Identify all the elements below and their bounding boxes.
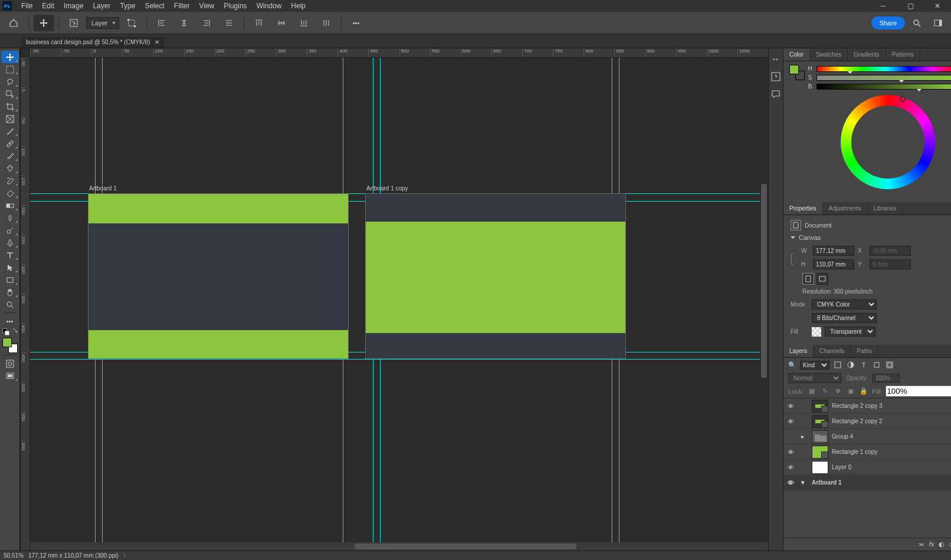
- status-flyout-icon[interactable]: 〉: [123, 552, 129, 559]
- rectangle-shape[interactable]: [88, 330, 348, 358]
- fg-bg-colors[interactable]: [2, 338, 18, 353]
- zoom-level[interactable]: 50,51%: [4, 552, 24, 559]
- lock-transparent-icon[interactable]: ▦: [807, 387, 816, 396]
- disclosure-triangle-icon[interactable]: ▾: [801, 479, 808, 486]
- hue-slider[interactable]: [816, 66, 951, 72]
- crop-tool[interactable]: [1, 100, 19, 113]
- auto-select-combo[interactable]: Layer: [86, 17, 119, 29]
- align-bottom-icon[interactable]: [294, 15, 314, 31]
- lock-position-icon[interactable]: ✥: [833, 387, 842, 396]
- blur-tool[interactable]: [1, 212, 19, 224]
- distribute-h-icon[interactable]: [219, 15, 239, 31]
- home-icon[interactable]: [4, 15, 24, 31]
- gradient-tool[interactable]: [1, 199, 19, 212]
- fg-bg-swatch[interactable]: [789, 65, 805, 80]
- layer-row-artboard[interactable]: 👁 ▾ Artboard 1: [783, 475, 951, 490]
- search-icon[interactable]: 🔍: [788, 361, 796, 369]
- menu-layer[interactable]: Layer: [88, 0, 115, 12]
- layer-row[interactable]: ▸ Group 4: [783, 429, 951, 444]
- filter-pixel-icon[interactable]: [833, 360, 842, 370]
- menu-image[interactable]: Image: [59, 0, 88, 12]
- orientation-landscape-icon[interactable]: [816, 273, 828, 285]
- fill-opacity-input[interactable]: [886, 386, 951, 397]
- healing-tool[interactable]: [1, 137, 19, 150]
- artboard-label[interactable]: Artboard 1 copy: [366, 185, 408, 192]
- orientation-portrait-icon[interactable]: [802, 273, 814, 285]
- tab-properties[interactable]: Properties: [783, 202, 823, 215]
- pen-tool[interactable]: [1, 236, 19, 249]
- dock-collapse-icon[interactable]: ▸▸: [769, 52, 783, 66]
- default-colors-icon[interactable]: [2, 328, 18, 335]
- selection-tool[interactable]: [1, 88, 19, 100]
- align-right-icon[interactable]: [196, 15, 217, 31]
- more-options-icon[interactable]: •••: [346, 15, 366, 31]
- canvas-section-header[interactable]: Canvas: [791, 234, 951, 241]
- clone-tool[interactable]: [1, 162, 19, 174]
- ruler-horizontal[interactable]: -50-500501001502002503003504004505005506…: [30, 48, 768, 58]
- frame-tool[interactable]: [1, 113, 19, 125]
- eraser-tool[interactable]: [1, 187, 19, 199]
- visibility-toggle-icon[interactable]: 👁: [783, 403, 798, 410]
- layer-thumbnail[interactable]: [812, 400, 828, 413]
- bri-slider[interactable]: [816, 84, 951, 90]
- marquee-tool[interactable]: [1, 63, 19, 75]
- disclosure-triangle-icon[interactable]: ▸: [801, 433, 808, 440]
- sat-slider[interactable]: [816, 75, 951, 81]
- tab-adjustments[interactable]: Adjustments: [823, 202, 868, 215]
- color-mode-select[interactable]: CMYK Color: [812, 299, 877, 309]
- menu-plugins[interactable]: Plugins: [219, 0, 251, 12]
- layer-mask-icon[interactable]: ◐: [939, 541, 945, 548]
- layer-thumbnail[interactable]: [812, 461, 828, 474]
- align-left-icon[interactable]: [152, 15, 172, 31]
- close-tab-icon[interactable]: ✕: [155, 39, 159, 45]
- hue-marker[interactable]: [900, 96, 906, 102]
- artboard-1-copy[interactable]: [365, 193, 626, 359]
- visibility-toggle-icon[interactable]: 👁: [783, 464, 798, 471]
- edit-toolbar-icon[interactable]: •••: [1, 315, 19, 327]
- link-layers-icon[interactable]: ⫘: [918, 541, 924, 548]
- tab-layers[interactable]: Layers: [783, 345, 814, 357]
- canvas-area[interactable]: -50-500501001502002503003504004505005506…: [20, 48, 768, 551]
- screen-mode-icon[interactable]: [1, 370, 19, 382]
- rectangle-tool[interactable]: [1, 274, 19, 286]
- workspace-switcher-icon[interactable]: [929, 15, 947, 31]
- menu-view[interactable]: View: [194, 0, 219, 12]
- auto-select-icon[interactable]: [64, 15, 84, 31]
- filter-shape-icon[interactable]: [872, 360, 881, 370]
- y-input[interactable]: [870, 259, 911, 269]
- tab-color[interactable]: Color: [783, 48, 810, 61]
- layer-row[interactable]: 👁 Rectangle 2 copy 2: [783, 414, 951, 429]
- eyedropper-tool[interactable]: [1, 125, 19, 137]
- path-selection-tool[interactable]: [1, 261, 19, 274]
- lock-artboard-icon[interactable]: ▣: [846, 387, 855, 396]
- history-brush-tool[interactable]: [1, 174, 19, 187]
- menu-edit[interactable]: Edit: [37, 0, 59, 12]
- link-wh-icon[interactable]: [791, 252, 799, 266]
- transform-controls-icon[interactable]: [122, 15, 142, 31]
- search-icon[interactable]: [907, 15, 926, 31]
- window-minimize-icon[interactable]: ─: [870, 0, 897, 12]
- layer-thumbnail[interactable]: [812, 415, 828, 428]
- type-tool[interactable]: [1, 249, 19, 261]
- zoom-tool[interactable]: [1, 298, 19, 311]
- menu-select[interactable]: Select: [140, 0, 169, 12]
- fill-select[interactable]: Transparent: [825, 327, 875, 337]
- filter-adjust-icon[interactable]: [846, 360, 855, 370]
- group-thumbnail[interactable]: [812, 430, 828, 443]
- tab-channels[interactable]: Channels: [814, 345, 851, 357]
- lasso-tool[interactable]: [1, 75, 19, 88]
- x-input[interactable]: [870, 246, 911, 256]
- hue-wheel[interactable]: [841, 95, 935, 189]
- lock-all-icon[interactable]: 🔒: [859, 387, 868, 396]
- opacity-input[interactable]: [873, 374, 900, 383]
- share-button[interactable]: Share: [871, 17, 905, 29]
- align-hcenter-icon[interactable]: [174, 15, 194, 31]
- layer-row[interactable]: 👁 Rectangle 2 copy 3: [783, 398, 951, 414]
- visibility-toggle-icon[interactable]: 👁: [783, 479, 798, 486]
- history-panel-icon[interactable]: [769, 70, 783, 84]
- layer-style-icon[interactable]: fx: [929, 541, 934, 548]
- brush-tool[interactable]: [1, 150, 19, 162]
- layer-thumbnail[interactable]: [812, 446, 828, 459]
- artboard-label[interactable]: Artboard 1: [89, 185, 117, 192]
- ruler-vertical[interactable]: -50050100150200250300350400450500550600: [21, 58, 30, 551]
